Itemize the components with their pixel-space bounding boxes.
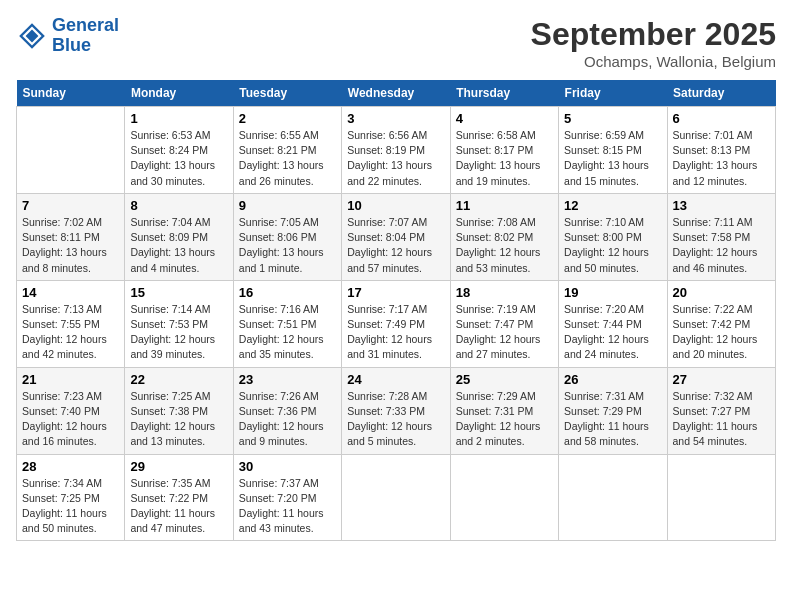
day-number: 20: [673, 285, 770, 300]
calendar-cell: 17Sunrise: 7:17 AMSunset: 7:49 PMDayligh…: [342, 280, 450, 367]
day-info: Sunrise: 7:28 AMSunset: 7:33 PMDaylight:…: [347, 389, 444, 450]
calendar-cell: 20Sunrise: 7:22 AMSunset: 7:42 PMDayligh…: [667, 280, 775, 367]
day-number: 14: [22, 285, 119, 300]
day-info: Sunrise: 6:59 AMSunset: 8:15 PMDaylight:…: [564, 128, 661, 189]
day-info: Sunrise: 7:32 AMSunset: 7:27 PMDaylight:…: [673, 389, 770, 450]
day-info: Sunrise: 7:14 AMSunset: 7:53 PMDaylight:…: [130, 302, 227, 363]
calendar-cell: 26Sunrise: 7:31 AMSunset: 7:29 PMDayligh…: [559, 367, 667, 454]
calendar-cell: 1Sunrise: 6:53 AMSunset: 8:24 PMDaylight…: [125, 107, 233, 194]
calendar-cell: 23Sunrise: 7:26 AMSunset: 7:36 PMDayligh…: [233, 367, 341, 454]
day-info: Sunrise: 7:20 AMSunset: 7:44 PMDaylight:…: [564, 302, 661, 363]
day-number: 8: [130, 198, 227, 213]
weekday-header: Friday: [559, 80, 667, 107]
day-number: 24: [347, 372, 444, 387]
weekday-header: Saturday: [667, 80, 775, 107]
calendar-cell: 15Sunrise: 7:14 AMSunset: 7:53 PMDayligh…: [125, 280, 233, 367]
day-number: 3: [347, 111, 444, 126]
day-number: 7: [22, 198, 119, 213]
logo-icon: [16, 20, 48, 52]
logo-line2: Blue: [52, 35, 91, 55]
day-info: Sunrise: 7:34 AMSunset: 7:25 PMDaylight:…: [22, 476, 119, 537]
calendar-table: SundayMondayTuesdayWednesdayThursdayFrid…: [16, 80, 776, 541]
day-info: Sunrise: 7:17 AMSunset: 7:49 PMDaylight:…: [347, 302, 444, 363]
calendar-cell: [450, 454, 558, 541]
title-block: September 2025 Ochamps, Wallonia, Belgiu…: [531, 16, 776, 70]
day-info: Sunrise: 6:53 AMSunset: 8:24 PMDaylight:…: [130, 128, 227, 189]
calendar-cell: [667, 454, 775, 541]
calendar-cell: 16Sunrise: 7:16 AMSunset: 7:51 PMDayligh…: [233, 280, 341, 367]
calendar-cell: [559, 454, 667, 541]
calendar-cell: 12Sunrise: 7:10 AMSunset: 8:00 PMDayligh…: [559, 193, 667, 280]
calendar-cell: 3Sunrise: 6:56 AMSunset: 8:19 PMDaylight…: [342, 107, 450, 194]
day-number: 21: [22, 372, 119, 387]
weekday-header: Monday: [125, 80, 233, 107]
day-number: 18: [456, 285, 553, 300]
day-number: 27: [673, 372, 770, 387]
calendar-cell: 9Sunrise: 7:05 AMSunset: 8:06 PMDaylight…: [233, 193, 341, 280]
day-info: Sunrise: 7:11 AMSunset: 7:58 PMDaylight:…: [673, 215, 770, 276]
calendar-cell: 30Sunrise: 7:37 AMSunset: 7:20 PMDayligh…: [233, 454, 341, 541]
day-info: Sunrise: 7:07 AMSunset: 8:04 PMDaylight:…: [347, 215, 444, 276]
weekday-header: Wednesday: [342, 80, 450, 107]
logo-line1: General: [52, 15, 119, 35]
day-number: 2: [239, 111, 336, 126]
day-number: 5: [564, 111, 661, 126]
weekday-header: Tuesday: [233, 80, 341, 107]
day-number: 23: [239, 372, 336, 387]
day-info: Sunrise: 7:29 AMSunset: 7:31 PMDaylight:…: [456, 389, 553, 450]
calendar-week-row: 14Sunrise: 7:13 AMSunset: 7:55 PMDayligh…: [17, 280, 776, 367]
month-title: September 2025: [531, 16, 776, 53]
page-header: General Blue September 2025 Ochamps, Wal…: [16, 16, 776, 70]
calendar-cell: 5Sunrise: 6:59 AMSunset: 8:15 PMDaylight…: [559, 107, 667, 194]
day-info: Sunrise: 7:10 AMSunset: 8:00 PMDaylight:…: [564, 215, 661, 276]
day-info: Sunrise: 6:56 AMSunset: 8:19 PMDaylight:…: [347, 128, 444, 189]
day-number: 10: [347, 198, 444, 213]
day-info: Sunrise: 7:23 AMSunset: 7:40 PMDaylight:…: [22, 389, 119, 450]
day-info: Sunrise: 7:25 AMSunset: 7:38 PMDaylight:…: [130, 389, 227, 450]
day-info: Sunrise: 7:19 AMSunset: 7:47 PMDaylight:…: [456, 302, 553, 363]
day-info: Sunrise: 7:37 AMSunset: 7:20 PMDaylight:…: [239, 476, 336, 537]
logo: General Blue: [16, 16, 119, 56]
calendar-cell: 7Sunrise: 7:02 AMSunset: 8:11 PMDaylight…: [17, 193, 125, 280]
calendar-cell: 4Sunrise: 6:58 AMSunset: 8:17 PMDaylight…: [450, 107, 558, 194]
day-number: 4: [456, 111, 553, 126]
day-info: Sunrise: 7:04 AMSunset: 8:09 PMDaylight:…: [130, 215, 227, 276]
logo-text: General Blue: [52, 16, 119, 56]
calendar-cell: 22Sunrise: 7:25 AMSunset: 7:38 PMDayligh…: [125, 367, 233, 454]
day-number: 13: [673, 198, 770, 213]
calendar-week-row: 28Sunrise: 7:34 AMSunset: 7:25 PMDayligh…: [17, 454, 776, 541]
weekday-header-row: SundayMondayTuesdayWednesdayThursdayFrid…: [17, 80, 776, 107]
day-number: 9: [239, 198, 336, 213]
calendar-cell: 6Sunrise: 7:01 AMSunset: 8:13 PMDaylight…: [667, 107, 775, 194]
day-info: Sunrise: 6:55 AMSunset: 8:21 PMDaylight:…: [239, 128, 336, 189]
calendar-cell: [17, 107, 125, 194]
day-number: 25: [456, 372, 553, 387]
day-number: 6: [673, 111, 770, 126]
day-number: 15: [130, 285, 227, 300]
day-number: 22: [130, 372, 227, 387]
calendar-cell: 8Sunrise: 7:04 AMSunset: 8:09 PMDaylight…: [125, 193, 233, 280]
day-info: Sunrise: 6:58 AMSunset: 8:17 PMDaylight:…: [456, 128, 553, 189]
day-info: Sunrise: 7:05 AMSunset: 8:06 PMDaylight:…: [239, 215, 336, 276]
calendar-cell: 14Sunrise: 7:13 AMSunset: 7:55 PMDayligh…: [17, 280, 125, 367]
day-number: 26: [564, 372, 661, 387]
calendar-week-row: 7Sunrise: 7:02 AMSunset: 8:11 PMDaylight…: [17, 193, 776, 280]
location: Ochamps, Wallonia, Belgium: [531, 53, 776, 70]
calendar-cell: 21Sunrise: 7:23 AMSunset: 7:40 PMDayligh…: [17, 367, 125, 454]
day-info: Sunrise: 7:08 AMSunset: 8:02 PMDaylight:…: [456, 215, 553, 276]
calendar-cell: 18Sunrise: 7:19 AMSunset: 7:47 PMDayligh…: [450, 280, 558, 367]
day-info: Sunrise: 7:22 AMSunset: 7:42 PMDaylight:…: [673, 302, 770, 363]
weekday-header: Thursday: [450, 80, 558, 107]
calendar-cell: 27Sunrise: 7:32 AMSunset: 7:27 PMDayligh…: [667, 367, 775, 454]
day-number: 16: [239, 285, 336, 300]
calendar-cell: 11Sunrise: 7:08 AMSunset: 8:02 PMDayligh…: [450, 193, 558, 280]
day-number: 1: [130, 111, 227, 126]
day-info: Sunrise: 7:02 AMSunset: 8:11 PMDaylight:…: [22, 215, 119, 276]
day-number: 17: [347, 285, 444, 300]
calendar-cell: 19Sunrise: 7:20 AMSunset: 7:44 PMDayligh…: [559, 280, 667, 367]
calendar-cell: 10Sunrise: 7:07 AMSunset: 8:04 PMDayligh…: [342, 193, 450, 280]
day-info: Sunrise: 7:01 AMSunset: 8:13 PMDaylight:…: [673, 128, 770, 189]
calendar-cell: 24Sunrise: 7:28 AMSunset: 7:33 PMDayligh…: [342, 367, 450, 454]
calendar-cell: 2Sunrise: 6:55 AMSunset: 8:21 PMDaylight…: [233, 107, 341, 194]
day-info: Sunrise: 7:35 AMSunset: 7:22 PMDaylight:…: [130, 476, 227, 537]
